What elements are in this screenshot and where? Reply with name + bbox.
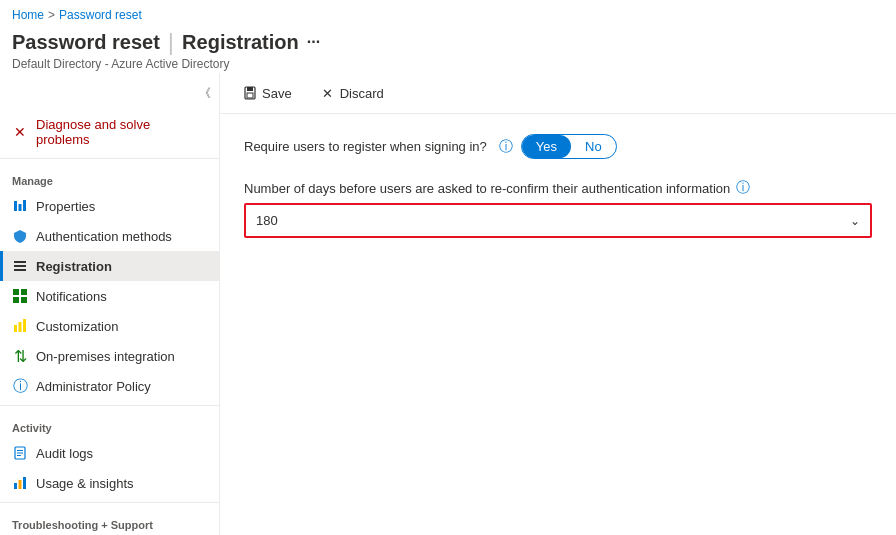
admin-policy-icon: ⓘ [12, 378, 28, 394]
svg-rect-12 [23, 319, 26, 332]
toolbar: Save ✕ Discard [220, 73, 896, 114]
more-options-icon[interactable]: ··· [307, 33, 320, 51]
svg-rect-11 [19, 322, 22, 332]
main-content: Save ✕ Discard Require users to register… [220, 73, 896, 535]
sidebar-item-on-premises[interactable]: ⇅ On-premises integration [0, 341, 219, 371]
sidebar-item-usage-insights-label: Usage & insights [36, 476, 134, 491]
diagnose-icon: ✕ [12, 124, 28, 140]
svg-rect-0 [14, 201, 17, 211]
sidebar-item-registration[interactable]: Registration [0, 251, 219, 281]
breadcrumb-current[interactable]: Password reset [59, 8, 142, 22]
audit-logs-icon [12, 445, 28, 461]
breadcrumb-home[interactable]: Home [12, 8, 44, 22]
save-label: Save [262, 86, 292, 101]
toggle-yes-button[interactable]: Yes [522, 135, 571, 158]
breadcrumb: Home > Password reset [0, 0, 896, 26]
require-register-info-icon[interactable]: ⓘ [499, 138, 513, 156]
sidebar-item-admin-policy-label: Administrator Policy [36, 379, 151, 394]
sidebar-item-customization-label: Customization [36, 319, 118, 334]
svg-rect-16 [17, 455, 21, 456]
require-register-toggle[interactable]: Yes No [521, 134, 617, 159]
sidebar-collapse-button[interactable]: 《 [199, 85, 211, 102]
breadcrumb-separator: > [48, 8, 55, 22]
svg-rect-5 [14, 269, 26, 271]
svg-rect-9 [21, 297, 27, 303]
days-dropdown-section: Number of days before users are asked to… [244, 179, 872, 238]
sidebar-item-auth-methods[interactable]: Authentication methods [0, 221, 219, 251]
discard-button[interactable]: ✕ Discard [314, 81, 390, 105]
sidebar-item-properties-label: Properties [36, 199, 95, 214]
sidebar-item-diagnose-label: Diagnose and solve problems [36, 117, 207, 147]
svg-rect-18 [19, 480, 22, 489]
registration-icon [12, 258, 28, 274]
sidebar-section-troubleshoot: Troubleshooting + Support [0, 507, 219, 535]
svg-rect-2 [23, 200, 26, 211]
svg-rect-23 [247, 93, 253, 98]
sidebar-item-properties[interactable]: Properties [0, 191, 219, 221]
notifications-icon [12, 288, 28, 304]
properties-icon [12, 198, 28, 214]
svg-rect-8 [13, 297, 19, 303]
sidebar-item-audit-logs[interactable]: Audit logs [0, 438, 219, 468]
usage-insights-icon [12, 475, 28, 491]
require-register-row: Require users to register when signing i… [244, 134, 872, 159]
sidebar-divider-manage [0, 158, 219, 159]
days-dropdown[interactable]: 180 ⌄ [244, 203, 872, 238]
days-value: 180 [246, 205, 840, 236]
on-premises-icon: ⇅ [12, 348, 28, 364]
page-title-part2: Registration [182, 31, 299, 54]
sidebar: 《 ✕ Diagnose and solve problems Manage P… [0, 73, 220, 535]
sidebar-divider-troubleshoot [0, 502, 219, 503]
sidebar-item-notifications-label: Notifications [36, 289, 107, 304]
svg-rect-14 [17, 450, 23, 451]
sidebar-item-registration-label: Registration [36, 259, 112, 274]
page-title-part1: Password reset [12, 31, 160, 54]
page-header: Password reset | Registration ··· Defaul… [0, 26, 896, 73]
discard-icon: ✕ [320, 85, 336, 101]
sidebar-divider-activity [0, 405, 219, 406]
sidebar-section-activity: Activity [0, 410, 219, 438]
discard-label: Discard [340, 86, 384, 101]
svg-rect-3 [14, 261, 26, 263]
svg-rect-10 [14, 325, 17, 332]
sidebar-item-usage-insights[interactable]: Usage & insights [0, 468, 219, 498]
require-register-label: Require users to register when signing i… [244, 139, 487, 154]
sidebar-section-manage: Manage [0, 163, 219, 191]
toggle-no-button[interactable]: No [571, 135, 616, 158]
page-subtitle: Default Directory - Azure Active Directo… [12, 57, 884, 71]
auth-methods-icon [12, 228, 28, 244]
svg-rect-7 [21, 289, 27, 295]
sidebar-item-notifications[interactable]: Notifications [0, 281, 219, 311]
title-separator: | [168, 28, 174, 56]
days-label: Number of days before users are asked to… [244, 179, 872, 197]
svg-rect-4 [14, 265, 26, 267]
dropdown-chevron-icon[interactable]: ⌄ [840, 206, 870, 236]
sidebar-item-customization[interactable]: Customization [0, 311, 219, 341]
svg-rect-15 [17, 453, 23, 454]
svg-rect-1 [19, 204, 22, 211]
sidebar-item-on-premises-label: On-premises integration [36, 349, 175, 364]
sidebar-item-audit-logs-label: Audit logs [36, 446, 93, 461]
sidebar-item-auth-methods-label: Authentication methods [36, 229, 172, 244]
content-area: Require users to register when signing i… [220, 114, 896, 535]
svg-rect-6 [13, 289, 19, 295]
sidebar-item-diagnose[interactable]: ✕ Diagnose and solve problems [0, 110, 219, 154]
days-info-icon[interactable]: ⓘ [736, 179, 750, 197]
svg-rect-17 [14, 483, 17, 489]
sidebar-item-admin-policy[interactable]: ⓘ Administrator Policy [0, 371, 219, 401]
save-icon [242, 85, 258, 101]
svg-rect-22 [247, 87, 253, 91]
svg-rect-19 [23, 477, 26, 489]
customization-icon [12, 318, 28, 334]
save-button[interactable]: Save [236, 81, 298, 105]
